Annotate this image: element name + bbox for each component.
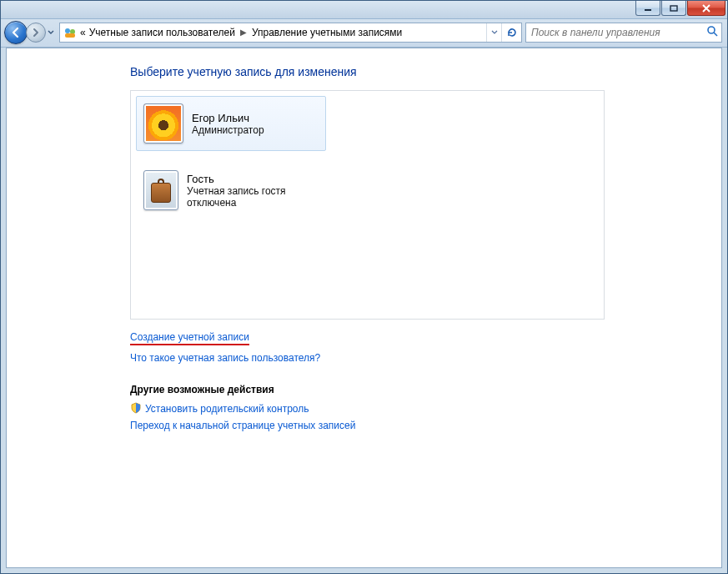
arrow-right-icon: [31, 28, 41, 38]
shield-icon: [130, 402, 142, 416]
titlebar: [1, 1, 727, 19]
breadcrumb-separator: ▶: [238, 28, 249, 37]
avatar: [143, 170, 178, 210]
search-icon[interactable]: [706, 25, 718, 39]
primary-links: Создание учетной записи Что такое учетна…: [130, 326, 721, 364]
content: Выберите учетную запись для изменения Ег…: [7, 48, 721, 431]
chevron-down-icon: [48, 30, 54, 35]
address-bar[interactable]: « Учетные записи пользователей ▶ Управле…: [59, 23, 522, 43]
nav-history-dropdown[interactable]: [46, 23, 56, 43]
avatar: [143, 103, 183, 144]
chevron-down-icon: [491, 30, 498, 35]
what-is-account-link[interactable]: Что такое учетная запись пользователя?: [130, 352, 721, 364]
address-dropdown[interactable]: [486, 23, 501, 42]
parental-control-label: Установить родительский контроль: [145, 403, 309, 415]
refresh-button[interactable]: [501, 23, 521, 42]
account-subtitle: Администратор: [192, 124, 264, 136]
nav-buttons: [4, 21, 56, 44]
close-button[interactable]: [687, 1, 725, 16]
svg-point-5: [708, 27, 715, 33]
account-item[interactable]: Егор Ильич Администратор: [136, 96, 326, 151]
parental-control-link[interactable]: Установить родительский контроль: [130, 402, 721, 416]
client-area: Выберите учетную запись для изменения Ег…: [6, 48, 722, 568]
search-bar[interactable]: [525, 23, 722, 43]
search-input[interactable]: [530, 26, 703, 39]
go-accounts-home-link[interactable]: Переход к начальной странице учетных зап…: [130, 420, 721, 431]
minimize-button[interactable]: [635, 1, 660, 16]
refresh-icon: [506, 27, 518, 38]
arrow-left-icon: [10, 27, 22, 38]
account-text: Егор Ильич Администратор: [192, 112, 264, 136]
control-panel-window: « Учетные записи пользователей ▶ Управле…: [0, 0, 728, 574]
svg-rect-0: [645, 9, 651, 11]
create-account-link[interactable]: Создание учетной записи: [130, 331, 249, 345]
account-item[interactable]: Гость Учетная запись гостя отключена: [136, 163, 326, 218]
account-name: Гость: [187, 173, 319, 185]
user-accounts-icon: [63, 26, 77, 39]
breadcrumb-part-1[interactable]: Учетные записи пользователей: [89, 27, 235, 38]
other-actions-header: Другие возможные действия: [130, 384, 721, 395]
maximize-button[interactable]: [661, 1, 686, 16]
breadcrumb-prefix: «: [80, 27, 86, 38]
navigation-bar: « Учетные записи пользователей ▶ Управле…: [1, 19, 727, 48]
svg-point-2: [65, 28, 70, 33]
svg-rect-4: [65, 33, 75, 38]
accounts-list: Егор Ильич Администратор Гость Учетная з…: [130, 90, 605, 320]
account-subtitle: Учетная запись гостя отключена: [187, 185, 319, 209]
svg-rect-1: [670, 6, 677, 11]
page-title: Выберите учетную запись для изменения: [130, 65, 721, 78]
breadcrumb-part-2[interactable]: Управление учетными записями: [252, 27, 402, 38]
account-text: Гость Учетная запись гостя отключена: [187, 173, 319, 209]
back-button[interactable]: [4, 21, 28, 44]
account-name: Егор Ильич: [192, 112, 264, 124]
forward-button[interactable]: [26, 23, 46, 43]
